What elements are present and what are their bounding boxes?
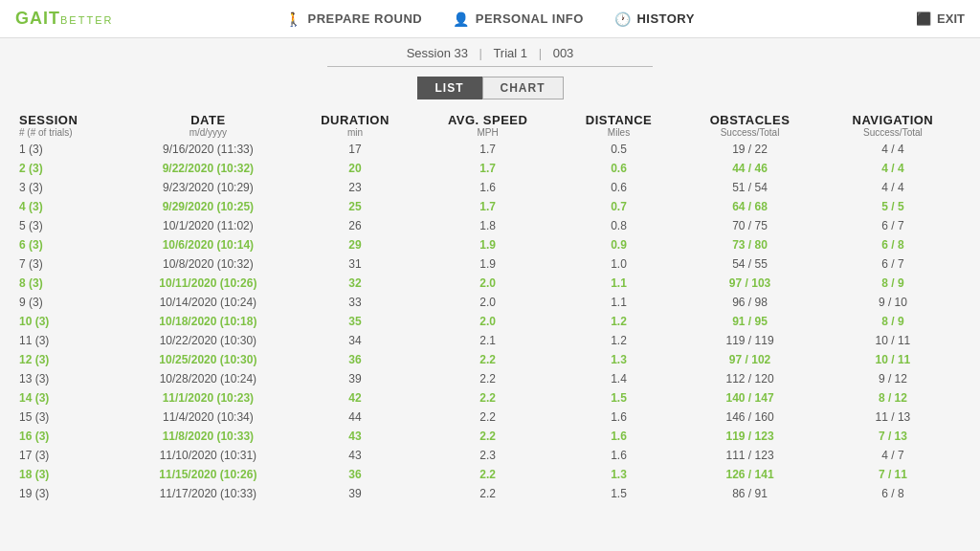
cell-date: 10/25/2020 (10:30): [122, 350, 293, 369]
cell-date: 10/1/2020 (11:02): [122, 216, 293, 235]
logo-better: BETTER: [60, 14, 113, 26]
table-row[interactable]: 12 (3)10/25/2020 (10:30)362.21.397 / 102…: [15, 350, 965, 369]
cell-avg_speed: 1.7: [417, 159, 559, 178]
table-row[interactable]: 10 (3)10/18/2020 (10:18)352.01.291 / 958…: [15, 312, 965, 331]
cell-date: 10/22/2020 (10:30): [122, 331, 293, 350]
table-row[interactable]: 19 (3)11/17/2020 (10:33)392.21.586 / 916…: [15, 484, 965, 503]
col-distance: DISTANCE Miles: [559, 107, 679, 140]
cell-distance: 1.6: [559, 503, 679, 507]
cell-session: 6 (3): [15, 235, 122, 254]
cell-navigation: 8 / 9: [821, 312, 965, 331]
nav-history[interactable]: 🕐 HISTORY: [614, 11, 695, 27]
table-row[interactable]: 3 (3)9/23/2020 (10:29)231.60.651 / 544 /…: [15, 178, 965, 197]
cell-avg_speed: 2.0: [417, 274, 559, 293]
table-row[interactable]: 4 (3)9/29/2020 (10:25)251.70.764 / 685 /…: [15, 197, 965, 216]
cell-navigation: 6 / 8: [821, 235, 965, 254]
cell-navigation: 11 / 13: [821, 408, 965, 427]
history-icon: 🕐: [614, 11, 632, 27]
table-row[interactable]: 13 (3)10/28/2020 (10:24)392.21.4112 / 12…: [15, 369, 965, 388]
cell-avg_speed: 1.8: [417, 216, 559, 235]
cell-duration: 40: [294, 503, 417, 507]
cell-date: 10/8/2020 (10:32): [122, 254, 293, 274]
logo-ait: AIT: [30, 9, 60, 28]
table-row[interactable]: 2 (3)9/22/2020 (10:32)201.70.644 / 464 /…: [15, 159, 965, 178]
cell-obstacles: 161 / 176: [679, 503, 821, 507]
cell-obstacles: 86 / 91: [679, 484, 821, 503]
table-row[interactable]: 9 (3)10/14/2020 (10:24)332.01.196 / 989 …: [15, 293, 965, 312]
cell-date: 9/23/2020 (10:29): [122, 178, 293, 197]
cell-session: 2 (3): [15, 159, 122, 178]
cell-date: 11/8/2020 (10:33): [122, 427, 293, 446]
cell-duration: 44: [294, 408, 417, 427]
cell-avg_speed: 1.7: [417, 140, 559, 159]
table-row[interactable]: 6 (3)10/6/2020 (10:14)291.90.973 / 806 /…: [15, 235, 965, 254]
table-row[interactable]: 16 (3)11/8/2020 (10:33)432.21.6119 / 123…: [15, 427, 965, 446]
list-toggle-button[interactable]: LIST: [417, 77, 482, 99]
cell-duration: 33: [294, 293, 417, 312]
cell-avg_speed: 2.0: [417, 312, 559, 331]
cell-distance: 1.3: [559, 350, 679, 369]
cell-avg_speed: 2.2: [417, 388, 559, 408]
chart-toggle-button[interactable]: CHART: [482, 77, 564, 99]
table-header: SESSION # (# of trials) DATE m/d/yyyy DU…: [15, 107, 965, 140]
nav-history-label: HISTORY: [636, 11, 695, 26]
cell-session: 19 (3): [15, 484, 122, 503]
cell-obstacles: 70 / 75: [679, 216, 821, 235]
cell-session: 3 (3): [15, 178, 122, 197]
table-row[interactable]: 17 (3)11/10/2020 (10:31)432.31.6111 / 12…: [15, 446, 965, 465]
table-row[interactable]: 14 (3)11/1/2020 (10:23)422.21.5140 / 147…: [15, 388, 965, 408]
table-row[interactable]: 5 (3)10/1/2020 (11:02)261.80.870 / 756 /…: [15, 216, 965, 235]
nav-prepare-round[interactable]: 🚶 PREPARE ROUND: [285, 11, 422, 27]
table-row[interactable]: 1 (3)9/16/2020 (11:33)171.70.519 / 224 /…: [15, 140, 965, 159]
cell-distance: 1.4: [559, 369, 679, 388]
cell-navigation: 4 / 4: [821, 178, 965, 197]
cell-date: 12/8/2020 (10:29): [122, 503, 293, 507]
view-toggle: LIST CHART: [0, 69, 980, 107]
cell-avg_speed: 1.7: [417, 197, 559, 216]
cell-obstacles: 44 / 46: [679, 159, 821, 178]
cell-distance: 1.6: [559, 427, 679, 446]
cell-avg_speed: 2.1: [417, 331, 559, 350]
cell-duration: 32: [294, 274, 417, 293]
col-obstacles: OBSTACLES Success/Total: [679, 107, 821, 140]
nav-personal-info[interactable]: 👤 PERSONAL INFO: [453, 11, 584, 27]
cell-navigation: 6 / 8: [821, 484, 965, 503]
col-session: SESSION # (# of trials): [15, 107, 122, 140]
table-row[interactable]: 18 (3)11/15/2020 (10:26)362.21.3126 / 14…: [15, 465, 965, 484]
cell-date: 11/10/2020 (10:31): [122, 446, 293, 465]
cell-distance: 1.0: [559, 254, 679, 274]
session-bar: Session 33 | Trial 1 | 003: [0, 38, 980, 69]
cell-duration: 26: [294, 216, 417, 235]
table-row[interactable]: 8 (3)10/11/2020 (10:26)322.01.197 / 1038…: [15, 274, 965, 293]
header: GAITBETTER 🚶 PREPARE ROUND 👤 PERSONAL IN…: [0, 0, 980, 38]
cell-session: 1 (3): [15, 140, 122, 159]
cell-duration: 43: [294, 427, 417, 446]
table-row[interactable]: 20 (3)12/8/2020 (10:29)402.31.6161 / 176…: [15, 503, 965, 507]
cell-navigation: 4 / 4: [821, 140, 965, 159]
cell-session: 12 (3): [15, 350, 122, 369]
cell-obstacles: 111 / 123: [679, 446, 821, 465]
cell-obstacles: 96 / 98: [679, 293, 821, 312]
cell-date: 11/17/2020 (10:33): [122, 484, 293, 503]
cell-duration: 25: [294, 197, 417, 216]
cell-obstacles: 126 / 141: [679, 465, 821, 484]
cell-avg_speed: 2.3: [417, 503, 559, 507]
exit-icon: ⬛: [916, 11, 931, 26]
exit-button[interactable]: ⬛ EXIT: [916, 11, 965, 26]
cell-distance: 1.6: [559, 408, 679, 427]
cell-date: 11/1/2020 (10:23): [122, 388, 293, 408]
cell-duration: 36: [294, 350, 417, 369]
logo-g: G: [15, 9, 30, 28]
logo: GAITBETTER: [15, 9, 113, 29]
cell-avg_speed: 2.2: [417, 465, 559, 484]
cell-navigation: 6 / 7: [821, 254, 965, 274]
cell-navigation: 5 / 5: [821, 197, 965, 216]
cell-obstacles: 51 / 54: [679, 178, 821, 197]
cell-date: 9/29/2020 (10:25): [122, 197, 293, 216]
table-row[interactable]: 7 (3)10/8/2020 (10:32)311.91.054 / 556 /…: [15, 254, 965, 274]
table-row[interactable]: 15 (3)11/4/2020 (10:34)442.21.6146 / 160…: [15, 408, 965, 427]
cell-date: 9/16/2020 (11:33): [122, 140, 293, 159]
cell-avg_speed: 2.2: [417, 350, 559, 369]
table-row[interactable]: 11 (3)10/22/2020 (10:30)342.11.2119 / 11…: [15, 331, 965, 350]
cell-distance: 1.6: [559, 446, 679, 465]
